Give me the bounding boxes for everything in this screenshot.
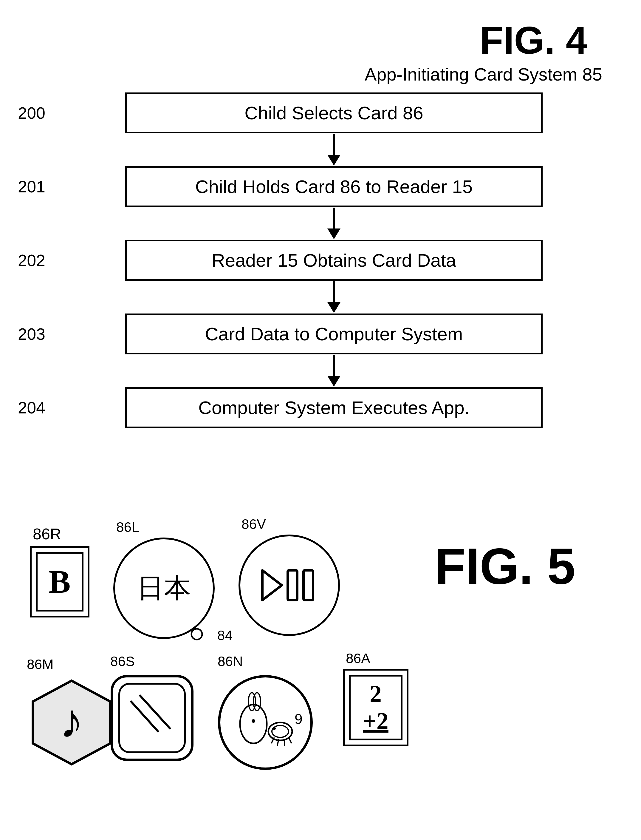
flow-step-201: 201 Child Holds Card 86 to Reader 15 <box>66 166 572 207</box>
step-label-204: 204 <box>18 398 45 417</box>
flow-step-203: 203 Card Data to Computer System <box>66 313 572 355</box>
card-86l-label: 86L <box>116 519 215 535</box>
svg-rect-6 <box>112 676 192 760</box>
card-86m-label: 86M <box>27 656 119 672</box>
card-86v-label: 86V <box>242 516 340 532</box>
card-86a-box: 2 +2 <box>343 669 409 746</box>
ref-84: 84 <box>217 627 232 643</box>
step-box-203: Card Data to Computer System <box>125 313 543 355</box>
step-label-203: 203 <box>18 324 45 343</box>
svg-rect-3 <box>303 570 313 600</box>
svg-point-21 <box>273 727 276 730</box>
step-label-202: 202 <box>18 251 45 270</box>
step-label-200: 200 <box>18 103 45 123</box>
card-86v: 86V <box>238 516 340 636</box>
card-86s-shape <box>107 672 197 764</box>
card-86l-circle: 日本 <box>113 537 215 639</box>
card-86r: 86R B <box>30 525 89 618</box>
step-label-201: 201 <box>18 177 45 196</box>
card-86r-box: B <box>30 546 89 618</box>
card-86n-label: 86N <box>217 653 316 669</box>
card-86l: 86L 日本 84 <box>113 519 215 639</box>
arrow-202-203 <box>125 281 543 313</box>
card-86a: 86A 2 +2 <box>343 650 409 746</box>
card-86n-circle: 9 <box>215 672 316 773</box>
flow-step-204: 204 Computer System Executes App. <box>66 387 572 428</box>
svg-marker-1 <box>263 570 282 600</box>
card-86s: 86S <box>107 653 197 766</box>
card-86m: 86M ♪ <box>24 656 119 771</box>
card-86v-circle <box>238 535 340 636</box>
svg-line-20 <box>288 737 292 743</box>
svg-point-13 <box>253 693 261 711</box>
svg-text:9: 9 <box>295 711 303 727</box>
step-box-202: Reader 15 Obtains Card Data <box>125 240 543 281</box>
svg-line-8 <box>131 701 158 731</box>
step-box-200: Child Selects Card 86 <box>125 92 543 133</box>
arrow-201-202 <box>125 207 543 240</box>
svg-rect-7 <box>119 684 185 752</box>
page: FIG. 4 App-Initiating Card System 85 200… <box>0 0 641 840</box>
play-pause-icon <box>259 568 319 603</box>
card-86a-label: 86A <box>346 650 409 666</box>
step-box-204: Computer System Executes App. <box>125 387 543 428</box>
svg-text:♪: ♪ <box>60 695 84 748</box>
svg-rect-2 <box>288 570 297 600</box>
flow-step-200: 200 Child Selects Card 86 <box>66 92 572 133</box>
card-86a-inner: 2 +2 <box>349 675 403 740</box>
arrow-203-204 <box>125 355 543 387</box>
fig5-title: FIG. 5 <box>435 537 575 595</box>
card-86m-hex: ♪ <box>24 675 119 770</box>
fig4-title: FIG. 4 <box>480 18 587 63</box>
card-86r-inner: B <box>36 552 84 611</box>
flow-step-202: 202 Reader 15 Obtains Card Data <box>66 240 572 281</box>
step-box-201: Child Holds Card 86 to Reader 15 <box>125 166 543 207</box>
card-86l-connector <box>188 625 206 643</box>
card-86r-label: 86R <box>33 525 89 543</box>
svg-line-9 <box>140 696 170 729</box>
card-86a-math: +2 <box>363 708 388 735</box>
card-86l-content: 日本 <box>137 570 191 606</box>
card-86a-num: 2 <box>370 680 382 708</box>
card-86s-label: 86S <box>110 653 197 669</box>
arrow-200-201 <box>125 133 543 166</box>
card-86n: 86N 9 <box>215 653 316 774</box>
flowchart: 200 Child Selects Card 86 201 Child Hold… <box>66 92 572 428</box>
svg-point-0 <box>192 629 202 640</box>
svg-point-14 <box>251 719 255 723</box>
fig4-subtitle: App-Initiating Card System 85 <box>365 64 602 85</box>
